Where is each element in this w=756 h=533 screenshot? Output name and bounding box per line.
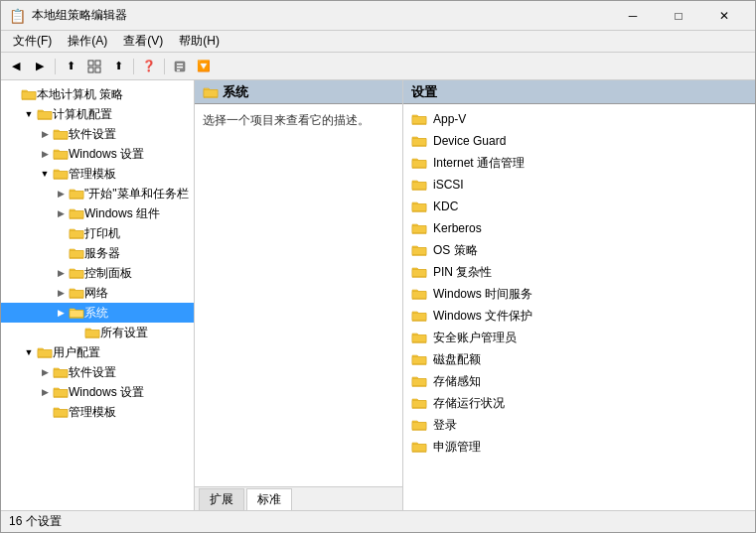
list-item[interactable]: 磁盘配额 [403,348,755,370]
list-item[interactable]: 安全账户管理员 [403,327,755,348]
toolbar-back[interactable]: ◀ [5,56,27,77]
toolbar-separator-1 [55,59,56,74]
list-item[interactable]: Kerberos [403,217,755,239]
tree-item-control[interactable]: ▶ 控制面板 [1,263,194,283]
folder-icon [411,418,427,432]
maximize-button[interactable]: □ [656,1,701,31]
list-item[interactable]: PIN 复杂性 [403,261,755,283]
list-item-label: Device Guard [433,134,506,148]
expand-start[interactable]: ▶ [53,186,69,201]
toolbar: ◀ ▶ ⬆ ⬆ ❓ 🔽 [1,53,755,80]
tree-item-admin[interactable]: ▼ 管理模板 [1,164,194,184]
expand-user-software[interactable]: ▶ [37,364,53,380]
list-item-label: Windows 时间服务 [433,286,532,303]
list-item[interactable]: Windows 文件保护 [403,305,755,327]
expand-allsettings[interactable] [69,325,84,340]
menu-action[interactable]: 操作(A) [60,31,115,52]
folder-icon-user-software [53,365,69,379]
expand-user-windows[interactable]: ▶ [37,384,53,400]
folder-icon [411,440,427,454]
list-item-label: 申源管理 [433,439,481,456]
list-item[interactable]: App-V [403,108,755,130]
list-item[interactable]: Windows 时间服务 [403,283,755,305]
list-item[interactable]: OS 策略 [403,239,755,261]
expand-system[interactable]: ▶ [53,305,69,321]
middle-folder-icon [203,85,219,99]
toolbar-export[interactable]: ⬆ [107,56,129,77]
expand-windows[interactable]: ▶ [37,146,53,162]
folder-icon-control [69,266,84,280]
tree-item-network[interactable]: ▶ 网络 [1,283,194,303]
tree-label-allsettings: 所有设置 [100,325,148,341]
menu-file[interactable]: 文件(F) [5,31,60,52]
tree-item-wincomp[interactable]: ▶ Windows 组件 [1,203,194,223]
list-item-label: PIN 复杂性 [433,264,492,281]
toolbar-filter[interactable]: 🔽 [193,56,215,77]
folder-icon [411,156,427,170]
list-item[interactable]: KDC [403,196,755,217]
list-item[interactable]: Device Guard [403,130,755,152]
toolbar-forward[interactable]: ▶ [29,56,51,77]
expand-network[interactable]: ▶ [53,285,69,301]
expand-user[interactable]: ▼ [21,344,37,360]
expand-print[interactable] [53,225,69,241]
list-item[interactable]: 登录 [403,414,755,436]
folder-icon-allsettings [84,326,100,339]
expand-server[interactable] [53,245,69,261]
tree-item-user-admin[interactable]: 管理模板 [1,402,194,422]
folder-icon [411,265,427,279]
expand-admin[interactable]: ▼ [37,166,53,182]
list-item[interactable]: 存储运行状况 [403,392,755,414]
folder-icon [411,134,427,148]
list-item[interactable]: 申源管理 [403,436,755,458]
tree-item-user-windows[interactable]: ▶ Windows 设置 [1,382,194,402]
menu-help[interactable]: 帮助(H) [171,31,227,52]
tree-item-user[interactable]: ▼ 用户配置 [1,342,194,362]
list-item[interactable]: 存储感知 [403,370,755,392]
tree-item-system[interactable]: ▶ 系统 [1,303,194,323]
tree-item-computer[interactable]: ▼ 计算机配置 [1,104,194,124]
minimize-button[interactable]: ─ [610,1,656,31]
tree-item-windows[interactable]: ▶ Windows 设置 [1,144,194,164]
expand-user-admin[interactable] [37,404,53,420]
tree-item-server[interactable]: 服务器 [1,243,194,263]
tree-label-user-software: 软件设置 [69,364,116,381]
tree-label-windows: Windows 设置 [69,146,144,163]
menu-view[interactable]: 查看(V) [115,31,171,52]
tree-label-wincomp: Windows 组件 [84,205,160,222]
tab-standard[interactable]: 标准 [246,488,292,510]
svg-rect-1 [95,61,100,66]
tree-label-software: 软件设置 [69,126,116,143]
tree-item-root[interactable]: 本地计算机 策略 [1,84,194,104]
expand-software[interactable]: ▶ [37,126,53,142]
tree-item-start[interactable]: ▶ "开始"菜单和任务栏 [1,184,194,203]
tab-expand[interactable]: 扩展 [199,488,244,510]
toolbar-help[interactable]: ❓ [138,56,160,77]
toolbar-properties[interactable] [169,56,191,77]
list-item-label: iSCSI [433,178,464,192]
folder-icon [411,352,427,366]
toolbar-up[interactable]: ⬆ [60,56,81,77]
status-text: 16 个设置 [9,513,62,530]
title-bar: 📋 本地组策略编辑器 ─ □ ✕ [1,1,755,31]
list-item-label: 安全账户管理员 [433,330,517,346]
tree-item-print[interactable]: 打印机 [1,223,194,243]
tree-item-user-software[interactable]: ▶ 软件设置 [1,362,194,382]
tree-item-allsettings[interactable]: 所有设置 [1,323,194,342]
list-item[interactable]: Internet 通信管理 [403,152,755,174]
close-button[interactable]: ✕ [701,1,747,31]
folder-icon-user [37,345,53,359]
expand-computer[interactable]: ▼ [21,106,37,122]
folder-icon-server [69,246,84,260]
list-item[interactable]: iSCSI [403,174,755,196]
expand-wincomp[interactable]: ▶ [53,205,69,221]
tree-item-software[interactable]: ▶ 软件设置 [1,124,194,144]
list-item-label: KDC [433,200,458,213]
tree-label-system: 系统 [84,305,108,322]
left-pane: 本地计算机 策略 ▼ 计算机配置 ▶ 软件设置 [1,80,195,510]
main-area: 本地计算机 策略 ▼ 计算机配置 ▶ 软件设置 [1,80,755,510]
toolbar-refresh[interactable] [83,56,105,77]
tree-label-computer: 计算机配置 [53,106,112,123]
expand-root[interactable] [5,86,21,102]
expand-control[interactable]: ▶ [53,265,69,281]
